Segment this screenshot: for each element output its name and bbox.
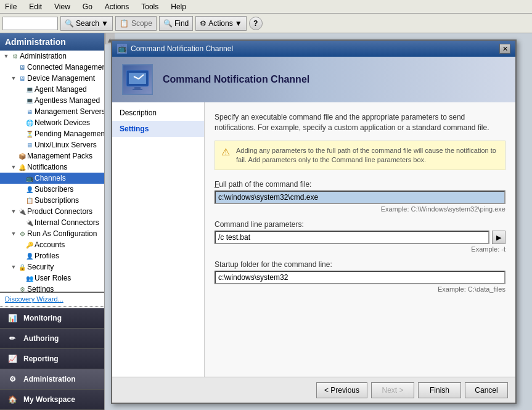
actions-button[interactable]: ⚙ Actions ▼ [195,16,246,31]
next-button[interactable]: Next > [371,382,414,398]
tree-item-settings[interactable]: ⚙ Settings [0,284,104,292]
tree-item-accounts[interactable]: 🔑 Accounts [0,239,104,250]
search-button[interactable]: 🔍 Search ▼ [60,16,113,31]
sidebar-title: Administration [0,33,104,51]
tree-item-pending[interactable]: ⏳ Pending Management [0,128,104,139]
command-path-input[interactable] [215,191,505,204]
startup-folder-input[interactable] [215,271,505,284]
cmd-params-input[interactable] [215,231,489,244]
cmd-params-example: Example: -t [215,245,505,253]
tree-item-mgmt-servers[interactable]: 🖥 Management Servers [0,106,104,117]
agentless-icon: 💻 [25,96,35,105]
tree-item-unix-servers[interactable]: 🖥 Unix/Linux Servers [0,139,104,150]
field-group-cmd-params: Command line parameters: ▶ Example: -t [215,220,505,253]
command-path-example: Example: C:\Windows\system32\ping.exe [215,205,505,213]
startup-folder-example: Example: C:\data_files [215,285,505,293]
browse-button[interactable]: ▶ [492,231,505,244]
expand-icon: ▼ [10,208,17,215]
finish-button[interactable]: Finish [418,382,461,398]
network-icon: 🌐 [25,118,35,128]
expand-icon: ▼ [10,75,17,81]
field-label-command-path: Full path of the command file: [215,180,505,189]
sidebar-tree: ▼ ⚙ Administration 🖥 Connected Managemen… [0,51,104,292]
tree-item-agentless[interactable]: 💻 Agentless Managed [0,95,104,106]
reporting-icon: 📈 [6,354,18,364]
help-button[interactable]: ? [249,17,263,30]
tree-item-profiles[interactable]: 👤 Profiles [0,250,104,261]
dialog-title-text: 📺 Command Notification Channel [117,44,233,54]
field-row-startup-folder [215,271,505,284]
menu-help[interactable]: Help [168,1,189,12]
discovery-wizard-link[interactable]: Discovery Wizard... [0,293,104,305]
channels-icon: 📺 [25,173,35,183]
tree-item-user-roles[interactable]: 👥 User Roles [0,273,104,284]
channel-title-icon: 📺 [118,44,127,53]
product-connector-icon: 🔌 [17,207,27,216]
nav-authoring[interactable]: ✏ Authoring [0,329,104,349]
dialog-title-label: Command Notification Channel [131,44,233,53]
menu-edit[interactable]: Edit [27,1,44,12]
subscription-icon: 📋 [25,195,35,205]
nav-my-workspace[interactable]: 🏠 My Workspace [0,390,104,410]
previous-button[interactable]: < Previous [316,382,367,398]
actions-icon: ⚙ [200,19,207,28]
menu-actions[interactable]: Actions [102,1,131,12]
scope-icon: 📋 [120,19,129,28]
tree-item-internal-connectors[interactable]: 🔌 Internal Connectors [0,217,104,228]
tree-item-mgmt-packs[interactable]: 📦 Management Packs [0,150,104,162]
tree-item-administration[interactable]: ▼ ⚙ Administration [0,51,104,62]
dialog-nav-settings[interactable]: Settings [112,121,204,137]
sidebar: Administration ▼ ⚙ Administration 🖥 Conn… [0,33,105,410]
nav-reporting[interactable]: 📈 Reporting [0,349,104,369]
field-label-cmd-params: Command line parameters: [215,220,505,229]
menu-file[interactable]: File [2,1,19,12]
menu-view[interactable]: View [52,1,73,12]
expand-icon: ▼ [2,53,10,59]
pending-icon: ⏳ [25,129,35,139]
unix-icon: 🖥 [25,140,35,150]
dialog-close-button[interactable]: ✕ [499,44,510,54]
tree-item-device-mgmt[interactable]: ▼ 🖥 Device Management [0,73,104,84]
nav-monitoring[interactable]: 📊 Monitoring [0,308,104,329]
warning-box: ⚠ Adding any parameters to the full path… [215,141,505,171]
tree-item-notifications[interactable]: ▼ 🔔 Notifications [0,162,104,173]
tree-item-run-as[interactable]: ▼ ⚙ Run As Configuration [0,228,104,239]
search-input[interactable] [2,17,58,30]
administration-icon: ⚙ [6,374,18,384]
sidebar-nav: Discovery Wizard... 📊 Monitoring ✏ Autho… [0,292,104,410]
toolbar: 🔍 Search ▼ 📋 Scope 🔍 Find ⚙ Actions ▼ ? [0,14,532,33]
workspace-icon: 🏠 [6,395,18,404]
pack-icon: 📦 [17,151,27,161]
authoring-icon: ✏ [6,334,18,343]
field-group-command-path: Full path of the command file: Example: … [215,180,505,213]
profiles-icon: 👤 [25,251,35,261]
settings-icon: ⚙ [17,284,27,292]
tree-item-subscriptions[interactable]: 📋 Subscriptions [0,195,104,206]
actions-dropdown-icon: ▼ [235,19,242,28]
dialog-header-icon [122,64,153,95]
tree-item-network-devices[interactable]: 🌐 Network Devices [0,117,104,128]
menu-tools[interactable]: Tools [139,1,161,12]
menu-go[interactable]: Go [80,1,95,12]
cancel-button[interactable]: Cancel [465,382,508,398]
dialog-nav-description[interactable]: Description [112,105,204,121]
tree-item-subscribers[interactable]: 👤 Subscribers [0,184,104,195]
dialog-overlay: 📺 Command Notification Channel ✕ [105,33,532,410]
monitor-icon: 🖥 [17,62,27,72]
tree-item-product-connectors[interactable]: ▼ 🔌 Product Connectors [0,206,104,217]
nav-administration[interactable]: ⚙ Administration [0,369,104,390]
monitoring-icon: 📊 [6,313,18,323]
expand-icon: ▼ [10,264,17,270]
field-group-startup-folder: Startup folder for the command line: Exa… [215,260,505,293]
tree-item-channels[interactable]: 📺 Channels [0,173,104,184]
tree-item-agent-managed[interactable]: 💻 Agent Managed [0,84,104,95]
tree-item-connected-mgmt[interactable]: 🖥 Connected Management G... [0,62,104,73]
dialog-sidebar-nav: Description Settings [112,102,205,377]
dialog-main-content: Specify an executable command file and t… [205,102,515,377]
warning-text: Adding any parameters to the full path o… [236,146,499,165]
internal-connector-icon: 🔌 [25,218,35,228]
admin-icon: ⚙ [10,51,20,61]
tree-item-security[interactable]: ▼ 🔒 Security [0,261,104,273]
agent-icon: 💻 [25,84,35,94]
find-button[interactable]: 🔍 Find [159,16,193,31]
